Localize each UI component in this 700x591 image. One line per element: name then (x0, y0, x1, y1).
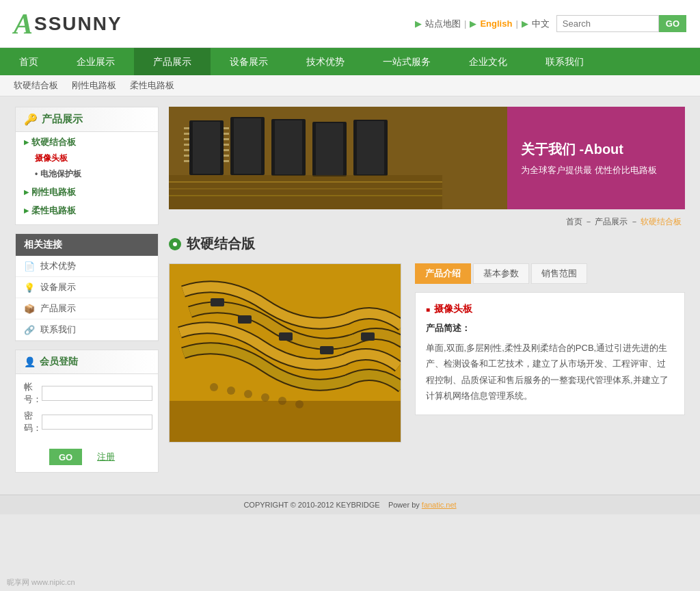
sidebar-cat-rigid-flex[interactable]: 软硬结合板 (16, 132, 158, 150)
nav-home[interactable]: 首页 (0, 48, 57, 75)
login-form: 帐号： 密码： (16, 374, 158, 445)
product-desc-title: 产品简述： (426, 322, 674, 334)
sidebar-login-section: 👤 会员登陆 帐号： 密码： GO 注册 (15, 350, 159, 473)
breadcrumb-current: 软硬结合板 (641, 217, 682, 226)
link-icon: 🔗 (24, 324, 35, 335)
password-label: 密码： (24, 410, 42, 434)
nav-products[interactable]: 产品展示 (134, 48, 211, 75)
sidebar-title-label: 产品展示 (42, 113, 83, 126)
breadcrumb-sep1: － (584, 217, 595, 226)
svg-rect-34 (361, 332, 375, 341)
sidebar-sub-battery[interactable]: 电池保护板 (16, 166, 158, 182)
tab-intro[interactable]: 产品介绍 (415, 263, 471, 284)
svg-rect-23 (224, 155, 229, 157)
svg-rect-32 (279, 332, 293, 341)
product-content: 产品介绍 基本参数 销售范围 摄像头板 产品简述： 单面,双面,多层刚性,柔性及… (169, 263, 685, 443)
circle-icon (169, 238, 181, 250)
login-go-button[interactable]: GO (49, 449, 82, 465)
login-title-label: 会员登陆 (40, 356, 78, 368)
related-products[interactable]: 📦 产品展示 (16, 298, 158, 319)
svg-rect-17 (184, 160, 189, 162)
login-icon: 👤 (24, 356, 36, 367)
subnav-rigid[interactable]: 刚性电路板 (72, 79, 116, 92)
key-icon: 🔑 (24, 113, 38, 126)
nav-equipment[interactable]: 设备展示 (211, 48, 287, 75)
breadcrumb-home[interactable]: 首页 (566, 217, 582, 226)
search-box: GO (556, 15, 686, 32)
document-icon: 📄 (24, 261, 35, 272)
password-input[interactable] (42, 415, 152, 430)
footer-link[interactable]: fanatic.net (422, 501, 457, 509)
banner: 关于我们 -About 为全球客户提供最 优性价比电路板 (169, 107, 685, 209)
svg-point-36 (227, 386, 235, 395)
sidebar-sub-camera[interactable]: 摄像头板 (16, 150, 158, 166)
arrow-icon: ▶ (415, 18, 422, 29)
svg-rect-13 (184, 138, 189, 140)
nav-contact[interactable]: 联系我们 (526, 48, 603, 75)
svg-rect-28 (169, 175, 442, 209)
sidebar-cat-rigid[interactable]: 刚性电路板 (16, 182, 158, 200)
subnav-flex[interactable]: 柔性电路板 (130, 79, 174, 92)
search-input[interactable] (556, 15, 659, 32)
svg-rect-18 (224, 127, 229, 129)
banner-chips (169, 107, 507, 209)
product-subtitle: 摄像头板 (426, 303, 674, 315)
logo-text: SSUNNY (34, 13, 122, 35)
banner-overlay: 关于我们 -About 为全球客户提供最 优性价比电路板 (507, 107, 685, 209)
svg-rect-24 (224, 160, 229, 162)
svg-rect-10 (357, 121, 384, 174)
nav-enterprise[interactable]: 企业展示 (57, 48, 134, 75)
sidebar-product-section: 🔑 产品展示 软硬结合板 摄像头板 电池保护板 刚性电路板 柔性电路板 (15, 107, 159, 225)
related-tech[interactable]: 📄 技术优势 (16, 256, 158, 277)
search-button[interactable]: GO (659, 15, 686, 32)
related-tech-label: 技术优势 (40, 260, 76, 272)
nav-tech[interactable]: 技术优势 (287, 48, 364, 75)
sidebar-cat-flex[interactable]: 柔性电路板 (16, 200, 158, 219)
sidebar: 🔑 产品展示 软硬结合板 摄像头板 电池保护板 刚性电路板 柔性电路板 相关连接… (15, 107, 159, 481)
nav-service[interactable]: 一站式服务 (364, 48, 450, 75)
sitemap-link[interactable]: 站点地图 (425, 18, 461, 30)
svg-rect-22 (224, 149, 229, 151)
pcb-visual (170, 264, 401, 442)
separator: | (464, 18, 466, 29)
footer-powered: Power by (388, 501, 420, 509)
nav-culture[interactable]: 企业文化 (450, 48, 526, 75)
bulb-icon: 💡 (24, 282, 35, 293)
login-buttons: GO 注册 (16, 445, 158, 472)
username-input[interactable] (42, 386, 152, 401)
sidebar-related-section: 相关连接 📄 技术优势 💡 设备展示 📦 产品展示 🔗 联系我们 (15, 233, 159, 341)
related-equipment-label: 设备展示 (40, 281, 76, 293)
footer-copyright: COPYRIGHT © 2010-2012 KEYBRIDGE (243, 501, 379, 509)
username-row: 帐号： (24, 381, 150, 406)
main-nav: 首页 企业展示 产品展示 设备展示 技术优势 一站式服务 企业文化 联系我们 (0, 48, 700, 75)
breadcrumb: 首页 － 产品展示 － 软硬结合板 (169, 216, 685, 228)
product-image (169, 263, 401, 443)
subnav-rigid-flex[interactable]: 软硬结合板 (14, 79, 58, 92)
header: A SSUNNY ▶ 站点地图 | ▶ English | ▶ 中文 GO (0, 0, 700, 48)
register-button[interactable]: 注册 (88, 449, 124, 465)
svg-rect-16 (184, 155, 189, 157)
svg-point-38 (261, 393, 269, 402)
product-desc: 单面,双面,多层刚性,柔性及刚柔结合的PCB,通过引进先进的生产、检测设备和工艺… (426, 340, 674, 404)
related-products-label: 产品展示 (40, 302, 76, 315)
svg-rect-15 (184, 149, 189, 151)
tab-specs[interactable]: 基本参数 (473, 263, 529, 284)
chinese-link[interactable]: 中文 (532, 18, 550, 30)
tab-sales[interactable]: 销售范围 (531, 263, 587, 284)
svg-rect-6 (275, 120, 302, 174)
english-link[interactable]: English (480, 18, 512, 29)
footer: COPYRIGHT © 2010-2012 KEYBRIDGE Power by… (0, 495, 700, 514)
header-right: ▶ 站点地图 | ▶ English | ▶ 中文 GO (415, 15, 686, 32)
related-equipment[interactable]: 💡 设备展示 (16, 277, 158, 298)
svg-rect-21 (224, 144, 229, 146)
about-title: 关于我们 -About (521, 140, 671, 159)
sidebar-product-title: 🔑 产品展示 (16, 107, 158, 132)
product-title-label: 软硬结合版 (187, 235, 255, 253)
related-contact[interactable]: 🔗 联系我们 (16, 319, 158, 341)
username-label: 帐号： (24, 381, 42, 406)
svg-rect-8 (316, 123, 343, 175)
tabs-bar: 产品介绍 基本参数 销售范围 (415, 263, 685, 284)
svg-point-35 (210, 383, 218, 391)
svg-rect-31 (238, 315, 252, 324)
breadcrumb-products[interactable]: 产品展示 (595, 217, 628, 226)
